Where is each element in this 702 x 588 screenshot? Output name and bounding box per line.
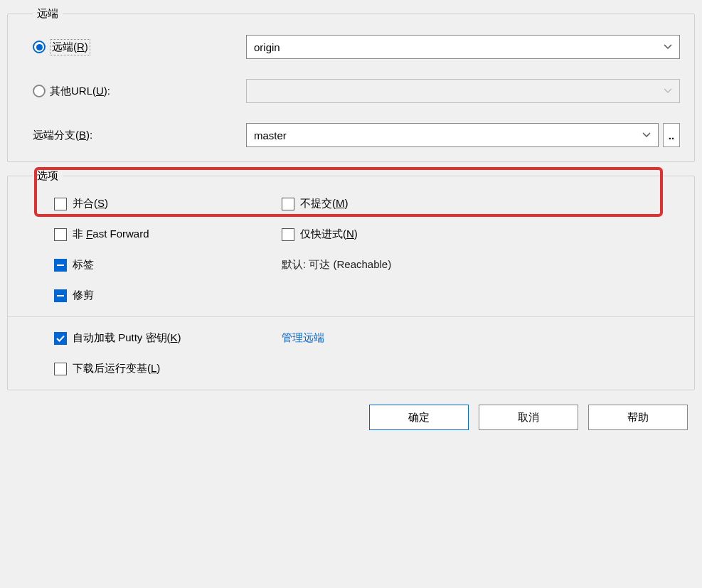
merge-label: 并合(S) — [73, 197, 108, 210]
chevron-down-icon — [664, 43, 672, 51]
tags-default-label: 默认: 可达 (Reachable) — [282, 258, 391, 272]
button-bar: 确定 取消 帮助 — [7, 397, 695, 430]
remote-legend: 远端 — [33, 7, 63, 21]
browse-branch-button[interactable]: .. — [663, 123, 680, 147]
rebase-after-label: 下载后运行变基(L) — [73, 362, 160, 375]
tags-checkbox[interactable] — [54, 259, 67, 272]
tags-label: 标签 — [73, 258, 94, 272]
prune-checkbox[interactable] — [54, 289, 67, 302]
other-url-label: 其他URL(U): — [50, 85, 110, 98]
no-ff-checkbox[interactable] — [54, 228, 67, 241]
cancel-button[interactable]: 取消 — [479, 405, 578, 430]
other-url-radio[interactable] — [33, 85, 46, 97]
other-url-combo[interactable] — [246, 79, 680, 103]
separator — [8, 316, 694, 317]
merge-checkbox[interactable] — [54, 198, 67, 210]
chevron-down-icon — [642, 131, 651, 139]
prune-label: 修剪 — [73, 289, 94, 302]
no-ff-label: 非 Fast Forward — [73, 228, 149, 241]
no-commit-label: 不提交(M) — [300, 197, 349, 210]
options-legend: 选项 — [33, 169, 63, 183]
remote-branch-combo[interactable]: master — [246, 123, 659, 147]
remote-combo[interactable]: origin — [246, 35, 680, 59]
autoload-putty-checkbox[interactable] — [54, 332, 67, 345]
rebase-after-checkbox[interactable] — [54, 363, 67, 375]
remote-branch-label: 远端分支(B): — [33, 129, 92, 142]
no-commit-checkbox[interactable] — [282, 198, 294, 210]
ff-only-checkbox[interactable] — [282, 228, 294, 241]
help-button[interactable]: 帮助 — [588, 405, 688, 430]
ff-only-label: 仅快进式(N) — [300, 228, 358, 241]
ok-button[interactable]: 确定 — [369, 405, 469, 430]
chevron-down-icon — [664, 87, 672, 95]
manage-remote-link[interactable]: 管理远端 — [282, 331, 324, 345]
remote-group: 远端 远端(R) origin 其他URL(U): — [7, 7, 695, 162]
options-group: 选项 并合(S) 不提交(M) 非 Fast Forward 仅快进式(N) 标… — [7, 169, 695, 390]
remote-radio[interactable] — [33, 41, 46, 53]
autoload-putty-label: 自动加载 Putty 密钥(K) — [73, 331, 181, 345]
remote-radio-label: 远端(R) — [50, 39, 90, 55]
